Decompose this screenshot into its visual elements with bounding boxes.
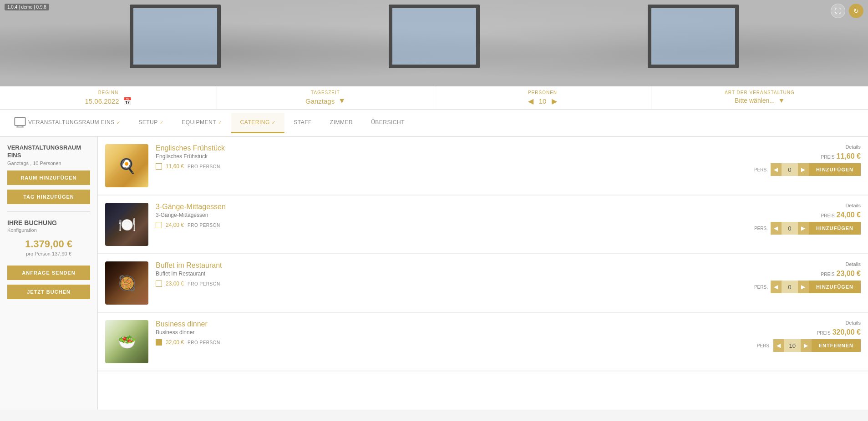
tab-setup-check: ✓: [160, 120, 164, 125]
nav-tabs: VERANSTALTUNGSRAUM EINS ✓ SETUP ✓ EQUIPM…: [0, 110, 868, 137]
item-per-person-breakfast: PRO PERSON: [188, 164, 220, 169]
preis-label-dinner: PREIS: [817, 331, 831, 336]
price-amount-dinner: 320,00 €: [832, 328, 861, 336]
item-image-breakfast: 🍳: [105, 144, 148, 187]
item-price-lunch: 24,00 €: [166, 222, 184, 228]
item-checkbox-breakfast[interactable]: [156, 163, 162, 170]
item-name-buffet: Buffet im Restaurant: [156, 261, 747, 270]
tab-staff[interactable]: STAFF: [284, 113, 321, 133]
expand-icon[interactable]: ⛶: [831, 4, 845, 18]
qty-decrease-lunch[interactable]: ◀: [771, 222, 782, 235]
add-button-breakfast[interactable]: HINZUFÜGEN: [809, 163, 861, 176]
persons-increase-icon[interactable]: ▶: [552, 97, 557, 105]
item-desc-breakfast: Englisches Frühstück: [156, 153, 747, 160]
item-content-buffet: Buffet im Restaurant Buffet im Restauran…: [156, 261, 747, 287]
persons-decrease-icon[interactable]: ◀: [528, 97, 533, 105]
qty-value-buffet: 0: [782, 281, 798, 293]
qty-increase-buffet[interactable]: ▶: [798, 281, 809, 293]
details-link-dinner[interactable]: Details: [845, 320, 861, 326]
price-amount-breakfast: 11,60 €: [837, 152, 861, 160]
qty-decrease-buffet[interactable]: ◀: [771, 281, 782, 293]
qty-value-breakfast: 0: [782, 163, 798, 176]
item-right-breakfast: Details PREIS 11,60 € Pers. ◀ 0 ▶ HINZUF…: [754, 144, 861, 176]
tageszeit-field: TAGESZEIT Ganztags ▼: [217, 86, 434, 109]
hero-window-right: [648, 5, 739, 68]
item-desc-buffet: Buffet im Restaurant: [156, 271, 747, 277]
price-amount-lunch: 24,00 €: [837, 211, 861, 219]
details-link-lunch[interactable]: Details: [845, 203, 861, 208]
add-button-lunch[interactable]: HINZUFÜGEN: [809, 222, 861, 235]
art-label: ART DER VERANSTALTUNG: [725, 90, 795, 95]
catering-item-lunch: 🍽️ 3-Gänge-Mittagessen 3-Gänge-Mittagess…: [98, 195, 868, 254]
details-link-buffet[interactable]: Details: [845, 261, 861, 267]
tab-setup[interactable]: SETUP ✓: [129, 113, 173, 133]
svg-rect-0: [15, 118, 25, 126]
item-right-dinner: Details PREIS 320,00 € Pers. ◀ 10 ▶ ENTF…: [757, 320, 861, 352]
refresh-icon[interactable]: ↻: [849, 4, 863, 18]
tageszeit-value[interactable]: Ganztags: [305, 97, 335, 105]
item-right-buffet: Details PREIS 23,00 € Pers. ◀ 0 ▶ HINZUF…: [754, 261, 861, 293]
tab-ubersicht-label: ÜBERSICHT: [371, 119, 405, 125]
add-day-button[interactable]: TAG HINZUFÜGEN: [7, 190, 90, 204]
tab-veranstaltungsraum[interactable]: VERANSTALTUNGSRAUM EINS ✓: [5, 110, 129, 136]
catering-item-buffet: 🥘 Buffet im Restaurant Buffet im Restaur…: [98, 254, 868, 313]
beginn-value[interactable]: 15.06.2022: [85, 97, 119, 105]
main-layout: VERANSTALTUNGSRAUM EINS Ganztags , 10 Pe…: [0, 137, 868, 410]
art-dropdown-icon: ▼: [778, 97, 785, 104]
details-link-breakfast[interactable]: Details: [845, 144, 861, 150]
tageszeit-dropdown-icon[interactable]: ▼: [338, 97, 345, 105]
beginn-label: BEGINN: [98, 90, 118, 95]
tab-veranstaltungsraum-check: ✓: [117, 120, 121, 125]
catering-item-breakfast: 🍳 Englisches Frühstück Englisches Frühst…: [98, 137, 868, 195]
buchen-button[interactable]: JETZT BUCHEN: [7, 285, 90, 299]
art-select[interactable]: Bitte wählen... ▼: [735, 97, 785, 104]
item-desc-dinner: Business dinner: [156, 329, 750, 336]
item-per-person-dinner: PRO PERSON: [188, 340, 220, 345]
tageszeit-label: TAGESZEIT: [311, 90, 340, 95]
hero-window-center: [389, 5, 480, 68]
add-button-buffet[interactable]: HINZUFÜGEN: [809, 281, 861, 293]
qty-value-lunch: 0: [782, 222, 798, 235]
art-placeholder: Bitte wählen...: [735, 97, 775, 104]
preis-label-breakfast: PREIS: [821, 155, 835, 160]
catering-item-dinner: 🥗 Business dinner Business dinner 32,00 …: [98, 313, 868, 371]
item-per-person-lunch: PRO PERSON: [188, 223, 220, 228]
tab-equipment[interactable]: EQUIPMENT ✓: [173, 113, 231, 133]
item-content-lunch: 3-Gänge-Mittagessen 3-Gänge-Mittagessen …: [156, 203, 747, 228]
tab-equipment-check: ✓: [218, 120, 222, 125]
tab-catering[interactable]: CATERING ✓: [231, 113, 285, 133]
sidebar-price-total: 1.379,00 €: [7, 238, 90, 250]
remove-button-dinner[interactable]: ENTFERNEN: [812, 339, 861, 352]
tab-zimmer[interactable]: ZIMMER: [321, 113, 362, 133]
anfrage-button[interactable]: ANFRAGE SENDEN: [7, 266, 90, 280]
pers-label-breakfast: Pers.: [754, 167, 768, 172]
sidebar-room-detail: Ganztags , 10 Personen: [7, 160, 90, 166]
persons-value: 10: [539, 97, 547, 105]
qty-value-dinner: 10: [784, 339, 801, 352]
sidebar-divider: [7, 211, 90, 212]
qty-increase-breakfast[interactable]: ▶: [798, 163, 809, 176]
art-field: ART DER VERANSTALTUNG Bitte wählen... ▼: [651, 86, 868, 109]
tab-ubersicht[interactable]: ÜBERSICHT: [362, 113, 414, 133]
sidebar-per-person-value: 137,90 €: [52, 251, 71, 256]
item-name-breakfast: Englisches Frühstück: [156, 144, 747, 152]
qty-increase-dinner[interactable]: ▶: [801, 339, 812, 352]
beginn-field: BEGINN 15.06.2022 📅: [0, 86, 217, 109]
item-price-breakfast: 11,60 €: [166, 163, 184, 170]
calendar-icon[interactable]: 📅: [123, 97, 132, 105]
sidebar-booking-title: IHRE BUCHUNG: [7, 219, 90, 226]
item-checkbox-buffet[interactable]: [156, 281, 162, 287]
item-checkbox-dinner[interactable]: [156, 339, 162, 346]
item-per-person-buffet: PRO PERSON: [188, 281, 220, 286]
tab-catering-label: CATERING: [240, 119, 270, 125]
pers-label-dinner: Pers.: [757, 343, 771, 348]
pers-label-lunch: Pers.: [754, 226, 768, 231]
qty-increase-lunch[interactable]: ▶: [798, 222, 809, 235]
qty-decrease-dinner[interactable]: ◀: [773, 339, 784, 352]
sidebar: VERANSTALTUNGSRAUM EINS Ganztags , 10 Pe…: [0, 137, 98, 410]
item-checkbox-lunch[interactable]: [156, 222, 162, 228]
qty-decrease-breakfast[interactable]: ◀: [771, 163, 782, 176]
personen-label: PERSONEN: [528, 90, 557, 95]
item-image-dinner: 🥗: [105, 320, 148, 363]
add-room-button[interactable]: RAUM HINZUFÜGEN: [7, 170, 90, 185]
